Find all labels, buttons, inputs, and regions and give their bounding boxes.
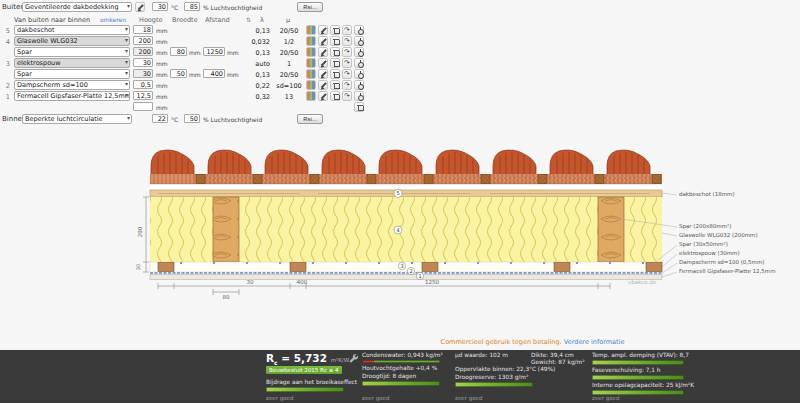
rafter <box>213 197 239 262</box>
unit-mm: mm <box>156 60 168 67</box>
rating-broeikas: zeer goed <box>266 395 293 401</box>
watermark: ubakus.de <box>628 279 657 285</box>
chevron-down-icon: ▾ <box>127 114 130 122</box>
layer-number: 3 <box>0 60 10 68</box>
outside-material-value: Geventileerde dakbedekking <box>25 3 119 11</box>
texture-swatch-icon[interactable] <box>306 91 316 101</box>
hoogte-input-empty[interactable] <box>133 102 153 111</box>
material-select[interactable]: Dampscherm sd=100▾ <box>14 80 130 90</box>
outside-temp-input[interactable] <box>152 2 168 11</box>
trash-icon[interactable] <box>330 25 340 35</box>
move-layer-icon[interactable]: ↷ <box>342 80 352 90</box>
fermacell-layer <box>150 275 662 280</box>
texture-swatch-icon[interactable] <box>306 47 316 57</box>
layer-labels: dakbeschot (18mm) Spar (200x80mm²) Glasw… <box>679 191 776 275</box>
tav-label: Temp. ampl. demping (VTAV): 8,7 <box>592 352 689 358</box>
chevron-down-icon: ▾ <box>125 58 128 66</box>
edit-pencil-icon[interactable] <box>318 69 328 79</box>
trash-icon[interactable] <box>330 69 340 79</box>
inside-temp-input[interactable] <box>152 114 168 123</box>
power-toggle-icon[interactable] <box>354 58 364 68</box>
condenswater-bar <box>362 360 440 363</box>
material-select[interactable]: dakbeschot▾ <box>14 25 130 35</box>
material-value: Dampscherm sd=100 <box>17 81 88 89</box>
edit-pencil-icon[interactable] <box>318 58 328 68</box>
unit-mm: mm <box>189 49 201 56</box>
texture-swatch-icon[interactable] <box>306 36 316 46</box>
hoogte-input[interactable] <box>133 47 153 56</box>
outside-material-select[interactable]: Geventileerde dakbedekking ▾ <box>22 2 132 12</box>
move-layer-icon[interactable]: ↷ <box>342 69 352 79</box>
hoogte-input[interactable] <box>133 69 153 78</box>
afstand-input[interactable] <box>203 47 225 56</box>
texture-swatch-icon[interactable] <box>306 69 316 79</box>
edit-pencil-icon[interactable] <box>318 25 328 35</box>
hoogte-input[interactable] <box>133 36 153 45</box>
notice-link[interactable]: Verdere informatie <box>564 338 625 346</box>
edit-pencil-icon[interactable] <box>318 36 328 46</box>
trash-icon[interactable] <box>330 58 340 68</box>
sort-arrows-icon[interactable]: ⇅ <box>246 16 251 23</box>
edit-outside-pencil-icon[interactable] <box>135 2 145 12</box>
rating-thermal: zeer goed <box>592 395 619 401</box>
chevron-down-icon: ▾ <box>125 36 128 44</box>
outside-humidity-input[interactable] <box>184 2 200 11</box>
droogtijd-bar <box>362 381 440 386</box>
inside-material-select[interactable]: Beperkte luchtcirculatie ▾ <box>22 114 132 124</box>
material-select[interactable]: Spar▾ <box>14 69 130 79</box>
inside-row: Binnen Beperkte luchtcirculatie ▾ °C % L… <box>0 114 460 125</box>
material-select[interactable]: Glaswolle WLG032▾ <box>14 36 130 46</box>
col-breedte: Breedte <box>172 16 198 24</box>
label-dakbeschot: dakbeschot (18mm) <box>679 191 735 197</box>
mud-label: µd waarde: 102 m <box>455 352 508 358</box>
label-glaswolle: Glaswolle WLG032 (200mm) <box>679 232 758 238</box>
edit-pencil-icon[interactable] <box>318 91 328 101</box>
texture-swatch-icon[interactable] <box>306 25 316 35</box>
hoogte-input[interactable] <box>133 80 153 89</box>
inside-humidity-input[interactable] <box>184 114 200 123</box>
material-select[interactable]: elektrospouw▾ <box>14 58 130 68</box>
material-select[interactable]: Spar▾ <box>14 47 130 57</box>
power-toggle-icon[interactable] <box>354 25 364 35</box>
wrench-icon[interactable] <box>348 353 358 363</box>
move-layer-icon[interactable]: ↷ <box>342 47 352 57</box>
afstand-input[interactable] <box>203 69 225 78</box>
trash-icon[interactable] <box>354 102 364 112</box>
layer-row-dampscherm: 2 Dampscherm sd=100▾ mm 0,22 sd=100 ↷ <box>0 80 460 91</box>
trash-icon[interactable] <box>330 80 340 90</box>
edit-pencil-icon[interactable] <box>318 80 328 90</box>
hoogte-input[interactable] <box>133 58 153 67</box>
dim-batten-width-label: 30 <box>247 279 254 285</box>
trash-icon[interactable] <box>330 36 340 46</box>
label-dampscherm: Dampscherm sd=100 (0,5mm) <box>679 259 764 266</box>
oppervlakte-label: Oppervlakte binnen: 22,3°C (49%) <box>455 366 555 372</box>
breedte-input[interactable] <box>170 69 187 78</box>
power-toggle-icon[interactable] <box>354 80 364 90</box>
houtvocht-label: Houtvochtgehalte +0,4 % <box>362 365 437 371</box>
texture-swatch-icon[interactable] <box>306 58 316 68</box>
power-toggle-icon[interactable] <box>354 36 364 46</box>
row-actions: ↷ <box>306 69 364 79</box>
trash-icon[interactable] <box>330 91 340 101</box>
power-toggle-icon[interactable] <box>354 91 364 101</box>
row-actions: ↷ <box>306 36 364 46</box>
move-layer-icon[interactable]: ↷ <box>342 91 352 101</box>
power-toggle-icon[interactable] <box>354 69 364 79</box>
move-layer-icon[interactable]: ↷ <box>342 58 352 68</box>
inside-rsi-button[interactable]: Rsi... <box>297 114 323 124</box>
move-layer-icon[interactable]: ↷ <box>342 36 352 46</box>
move-layer-icon[interactable]: ↷ <box>342 25 352 35</box>
hoogte-input[interactable] <box>133 91 153 100</box>
trash-icon[interactable] <box>330 47 340 57</box>
outside-rsi-button[interactable]: Rsi... <box>297 2 323 12</box>
power-toggle-icon[interactable] <box>354 47 364 57</box>
rating-moisture: zeer goed <box>362 395 389 401</box>
edit-pencil-icon[interactable] <box>318 47 328 57</box>
construction-cross-section: 5 4 3 2 1 200 30 30 400 1250 80 <box>0 138 800 313</box>
reverse-link[interactable]: omkeren <box>100 16 126 23</box>
hoogte-input[interactable] <box>133 25 153 34</box>
breedte-input[interactable] <box>170 47 187 56</box>
direction-label: Van buiten naar binnen <box>14 16 90 24</box>
texture-swatch-icon[interactable] <box>306 80 316 90</box>
material-select[interactable]: Fermacell Gipsfaser-Platte 12,5mm▾ <box>14 91 130 101</box>
